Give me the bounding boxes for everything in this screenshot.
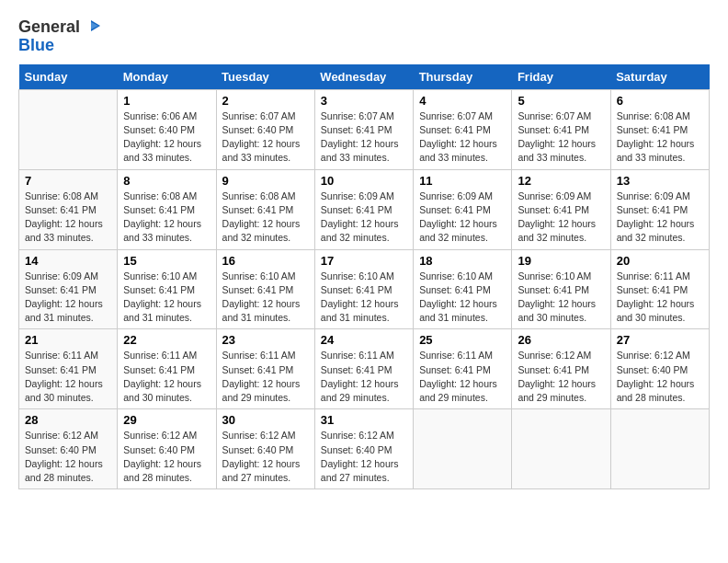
day-info: Sunrise: 6:10 AM Sunset: 6:41 PM Dayligh… xyxy=(321,270,407,326)
day-info: Sunrise: 6:06 AM Sunset: 6:40 PM Dayligh… xyxy=(123,109,210,166)
day-number: 12 xyxy=(518,174,604,188)
day-info: Sunrise: 6:11 AM Sunset: 6:41 PM Dayligh… xyxy=(123,349,210,405)
calendar-cell: 28Sunrise: 6:12 AM Sunset: 6:40 PM Dayli… xyxy=(19,409,118,489)
day-info: Sunrise: 6:09 AM Sunset: 6:41 PM Dayligh… xyxy=(321,190,407,246)
day-number: 3 xyxy=(321,94,407,108)
day-number: 6 xyxy=(617,94,703,108)
column-header-tuesday: Tuesday xyxy=(216,64,314,90)
logo: General Blue xyxy=(18,18,100,55)
day-info: Sunrise: 6:10 AM Sunset: 6:41 PM Dayligh… xyxy=(518,270,604,326)
calendar-cell: 21Sunrise: 6:11 AM Sunset: 6:41 PM Dayli… xyxy=(19,329,118,409)
day-number: 14 xyxy=(25,254,111,268)
calendar-cell xyxy=(512,409,610,489)
day-info: Sunrise: 6:10 AM Sunset: 6:41 PM Dayligh… xyxy=(222,270,309,326)
calendar-cell: 11Sunrise: 6:09 AM Sunset: 6:41 PM Dayli… xyxy=(414,169,512,249)
day-number: 16 xyxy=(222,254,309,268)
calendar-cell: 27Sunrise: 6:12 AM Sunset: 6:40 PM Dayli… xyxy=(610,329,709,409)
day-info: Sunrise: 6:11 AM Sunset: 6:41 PM Dayligh… xyxy=(419,349,506,405)
day-info: Sunrise: 6:08 AM Sunset: 6:41 PM Dayligh… xyxy=(617,109,703,166)
day-number: 20 xyxy=(617,254,703,268)
calendar-cell: 20Sunrise: 6:11 AM Sunset: 6:41 PM Dayli… xyxy=(610,249,709,329)
logo-general-text: General xyxy=(18,18,80,37)
day-info: Sunrise: 6:12 AM Sunset: 6:40 PM Dayligh… xyxy=(222,429,309,485)
calendar-cell: 30Sunrise: 6:12 AM Sunset: 6:40 PM Dayli… xyxy=(216,409,314,489)
day-number: 28 xyxy=(25,413,111,427)
logo-container: General Blue xyxy=(18,18,100,55)
day-number: 29 xyxy=(123,413,210,427)
calendar-cell xyxy=(414,409,512,489)
day-number: 23 xyxy=(222,333,309,347)
day-number: 1 xyxy=(123,94,210,108)
day-info: Sunrise: 6:09 AM Sunset: 6:41 PM Dayligh… xyxy=(419,190,506,246)
page-header: General Blue xyxy=(18,18,710,55)
day-number: 18 xyxy=(419,254,506,268)
day-number: 9 xyxy=(222,174,309,188)
day-number: 21 xyxy=(25,333,111,347)
day-info: Sunrise: 6:08 AM Sunset: 6:41 PM Dayligh… xyxy=(222,190,309,246)
day-number: 22 xyxy=(123,333,210,347)
day-info: Sunrise: 6:07 AM Sunset: 6:41 PM Dayligh… xyxy=(518,109,604,166)
calendar-cell: 13Sunrise: 6:09 AM Sunset: 6:41 PM Dayli… xyxy=(610,169,709,249)
calendar-cell: 31Sunrise: 6:12 AM Sunset: 6:40 PM Dayli… xyxy=(314,409,413,489)
column-header-monday: Monday xyxy=(118,64,216,90)
calendar-cell: 22Sunrise: 6:11 AM Sunset: 6:41 PM Dayli… xyxy=(118,329,216,409)
day-number: 4 xyxy=(419,94,506,108)
calendar-cell xyxy=(610,409,709,489)
column-header-sunday: Sunday xyxy=(19,64,118,90)
day-number: 13 xyxy=(617,174,703,188)
calendar-cell: 8Sunrise: 6:08 AM Sunset: 6:41 PM Daylig… xyxy=(118,169,216,249)
calendar-cell: 15Sunrise: 6:10 AM Sunset: 6:41 PM Dayli… xyxy=(118,249,216,329)
calendar-cell: 9Sunrise: 6:08 AM Sunset: 6:41 PM Daylig… xyxy=(216,169,314,249)
calendar-cell: 19Sunrise: 6:10 AM Sunset: 6:41 PM Dayli… xyxy=(512,249,610,329)
calendar-cell: 2Sunrise: 6:07 AM Sunset: 6:40 PM Daylig… xyxy=(216,89,314,169)
day-info: Sunrise: 6:12 AM Sunset: 6:40 PM Dayligh… xyxy=(123,429,210,485)
calendar-header-row: SundayMondayTuesdayWednesdayThursdayFrid… xyxy=(19,64,710,90)
calendar-cell: 25Sunrise: 6:11 AM Sunset: 6:41 PM Dayli… xyxy=(414,329,512,409)
day-info: Sunrise: 6:11 AM Sunset: 6:41 PM Dayligh… xyxy=(321,349,407,405)
calendar-cell: 23Sunrise: 6:11 AM Sunset: 6:41 PM Dayli… xyxy=(216,329,314,409)
calendar-cell: 26Sunrise: 6:12 AM Sunset: 6:41 PM Dayli… xyxy=(512,329,610,409)
calendar-cell: 17Sunrise: 6:10 AM Sunset: 6:41 PM Dayli… xyxy=(314,249,413,329)
day-number: 5 xyxy=(518,94,604,108)
calendar-cell: 18Sunrise: 6:10 AM Sunset: 6:41 PM Dayli… xyxy=(414,249,512,329)
calendar-cell: 24Sunrise: 6:11 AM Sunset: 6:41 PM Dayli… xyxy=(314,329,413,409)
day-info: Sunrise: 6:08 AM Sunset: 6:41 PM Dayligh… xyxy=(123,190,210,246)
calendar-cell: 5Sunrise: 6:07 AM Sunset: 6:41 PM Daylig… xyxy=(512,89,610,169)
day-info: Sunrise: 6:11 AM Sunset: 6:41 PM Dayligh… xyxy=(25,349,111,405)
day-number: 11 xyxy=(419,174,506,188)
day-number: 19 xyxy=(518,254,604,268)
day-info: Sunrise: 6:09 AM Sunset: 6:41 PM Dayligh… xyxy=(518,190,604,246)
day-number: 25 xyxy=(419,333,506,347)
day-info: Sunrise: 6:07 AM Sunset: 6:40 PM Dayligh… xyxy=(222,109,309,166)
calendar-cell: 6Sunrise: 6:08 AM Sunset: 6:41 PM Daylig… xyxy=(610,89,709,169)
column-header-wednesday: Wednesday xyxy=(314,64,413,90)
day-number: 30 xyxy=(222,413,309,427)
calendar-cell: 16Sunrise: 6:10 AM Sunset: 6:41 PM Dayli… xyxy=(216,249,314,329)
day-number: 24 xyxy=(321,333,407,347)
day-number: 8 xyxy=(123,174,210,188)
day-number: 10 xyxy=(321,174,407,188)
logo-bird-icon xyxy=(82,18,100,37)
calendar-cell: 12Sunrise: 6:09 AM Sunset: 6:41 PM Dayli… xyxy=(512,169,610,249)
calendar-cell: 3Sunrise: 6:07 AM Sunset: 6:41 PM Daylig… xyxy=(314,89,413,169)
day-info: Sunrise: 6:08 AM Sunset: 6:41 PM Dayligh… xyxy=(25,190,111,246)
calendar-cell xyxy=(19,89,118,169)
week-row-4: 21Sunrise: 6:11 AM Sunset: 6:41 PM Dayli… xyxy=(19,329,710,409)
calendar-cell: 1Sunrise: 6:06 AM Sunset: 6:40 PM Daylig… xyxy=(118,89,216,169)
column-header-friday: Friday xyxy=(512,64,610,90)
day-number: 15 xyxy=(123,254,210,268)
day-info: Sunrise: 6:12 AM Sunset: 6:41 PM Dayligh… xyxy=(518,349,604,405)
day-number: 2 xyxy=(222,94,309,108)
day-number: 27 xyxy=(617,333,703,347)
day-info: Sunrise: 6:12 AM Sunset: 6:40 PM Dayligh… xyxy=(321,429,407,485)
day-info: Sunrise: 6:12 AM Sunset: 6:40 PM Dayligh… xyxy=(617,349,703,405)
day-info: Sunrise: 6:10 AM Sunset: 6:41 PM Dayligh… xyxy=(419,270,506,326)
column-header-thursday: Thursday xyxy=(414,64,512,90)
week-row-5: 28Sunrise: 6:12 AM Sunset: 6:40 PM Dayli… xyxy=(19,409,710,489)
day-info: Sunrise: 6:11 AM Sunset: 6:41 PM Dayligh… xyxy=(617,270,703,326)
day-info: Sunrise: 6:12 AM Sunset: 6:40 PM Dayligh… xyxy=(25,429,111,485)
calendar-cell: 10Sunrise: 6:09 AM Sunset: 6:41 PM Dayli… xyxy=(314,169,413,249)
week-row-2: 7Sunrise: 6:08 AM Sunset: 6:41 PM Daylig… xyxy=(19,169,710,249)
calendar-table: SundayMondayTuesdayWednesdayThursdayFrid… xyxy=(18,64,710,489)
week-row-1: 1Sunrise: 6:06 AM Sunset: 6:40 PM Daylig… xyxy=(19,89,710,169)
